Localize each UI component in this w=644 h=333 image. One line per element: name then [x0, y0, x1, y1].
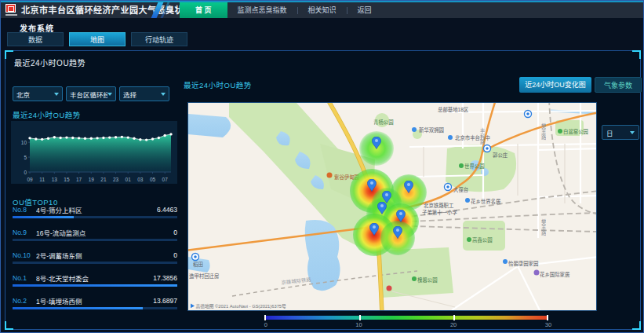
rank-list-item[interactable]: No.916号-流动监测点0 [13, 228, 177, 241]
app-logo-icon [5, 4, 18, 16]
nav-item-knowledge[interactable]: 相关知识 [298, 2, 347, 18]
period-select-value: 日 [606, 128, 630, 137]
nav-item-odor-index[interactable]: 监测点恶臭指数 [227, 2, 297, 18]
chevron-down-icon [54, 93, 59, 96]
panel-corner-accent [632, 50, 641, 59]
svg-text:13: 13 [52, 177, 58, 182]
rank-bar-track [13, 284, 177, 287]
rank-bar-fill [13, 307, 143, 309]
rank-list-item[interactable]: No.102号-调蓄场东侧0 [13, 251, 177, 264]
svg-text:21: 21 [100, 177, 107, 182]
svg-text:01: 01 [126, 177, 132, 182]
panel-corner-accent [632, 321, 641, 330]
monitoring-point-pin-icon[interactable] [404, 181, 413, 193]
rank-point-name: 8号-北天堂村委会 [36, 273, 153, 283]
rank-value: 13.6897 [153, 297, 177, 305]
park-select-value: 丰台区循环经济产 [70, 90, 107, 99]
tab-map[interactable]: 地图 [69, 32, 126, 46]
rank-value: 17.3856 [153, 274, 177, 282]
tab-data[interactable]: 数据 [7, 32, 64, 46]
scale-tick: 20 [450, 321, 457, 328]
park-select[interactable]: 丰台区循环经济产 [66, 86, 116, 101]
svg-text:07: 07 [162, 177, 169, 182]
rank-list-item[interactable]: No.18号-北天堂村委会17.3856 [13, 273, 177, 287]
panel-corner-accent [5, 50, 13, 59]
rank-point-name: 4号-筛分上料区 [36, 205, 157, 214]
panel-title: 最近24小时OU趋势 [14, 57, 86, 68]
top-bar: 北京市丰台区循环经济产业园大气恶臭状况实时 首 页 监测点恶臭指数 相关知识 返… [1, 1, 643, 18]
chevron-down-icon [161, 93, 166, 96]
rank-point-name: 16号-流动监测点 [36, 228, 173, 237]
monitoring-point-pin-icon[interactable] [372, 137, 381, 149]
panel-corner-accent [5, 321, 13, 330]
svg-text:5: 5 [24, 155, 27, 160]
rank-value: 6.4463 [157, 206, 177, 214]
city-select-value: 北京 [16, 90, 54, 99]
scale-tick-labels: 0 10 20 30 [264, 320, 548, 328]
rank-bar-track [13, 239, 177, 241]
svg-text:09: 09 [27, 177, 33, 182]
ou-change-map-button[interactable]: 近24小时OU变化图 [519, 77, 591, 93]
rank-label: No.10 [13, 251, 36, 259]
weather-params-button[interactable]: 气象参数 [595, 77, 642, 93]
map-attribution: 高德地图 ©2021 AutoNavi - GS(2021)6375号 [191, 302, 286, 309]
main-panel: 最近24小时OU趋势 北京 丰台区循环经济产 选择 最近24小时OU趋势 051… [5, 50, 641, 330]
scale-tick: 0 [264, 321, 267, 328]
rank-point-name: 1号-填埋场西侧 [36, 296, 153, 306]
period-select[interactable]: 日 [602, 125, 639, 140]
rank-label: No.9 [13, 229, 36, 236]
svg-text:03: 03 [137, 177, 144, 182]
rank-bar-track [13, 307, 177, 309]
monitoring-point-pin-icon[interactable] [396, 210, 406, 222]
rank-bar-fill [13, 284, 177, 287]
chevron-down-icon [630, 131, 635, 134]
rank-bar-track [13, 262, 177, 264]
svg-text:10: 10 [21, 140, 27, 145]
point-select-value: 选择 [123, 90, 161, 99]
svg-text:19: 19 [89, 177, 95, 182]
trend-chart: 0510091113151719212301030507 [11, 121, 177, 184]
chevron-down-icon [107, 93, 112, 96]
rank-label: No.1 [13, 274, 36, 282]
monitoring-point-pin-icon[interactable] [369, 223, 379, 236]
svg-text:0: 0 [24, 170, 27, 175]
nav-item-home[interactable]: 首 页 [180, 2, 227, 18]
svg-text:15: 15 [64, 177, 70, 182]
view-tabs: 数据 地图 行动轨迹 [7, 32, 187, 46]
svg-text:05: 05 [150, 177, 156, 182]
ou-color-scale: 0 10 20 30 [264, 316, 548, 330]
nav-item-back[interactable]: 返回 [347, 2, 382, 18]
rank-list-item[interactable]: No.84号-筛分上料区6.4463 [13, 205, 177, 218]
rank-point-name: 2号-调蓄场东侧 [36, 251, 173, 260]
rank-list-item[interactable]: No.21号-填埋场西侧13.6897 [13, 296, 177, 309]
dashboard-root: 北京市丰台区循环经济产业园大气恶臭状况实时 首 页 监测点恶臭指数 相关知识 返… [0, 0, 644, 333]
trend-chart-title: 最近24小时OU趋势 [13, 109, 81, 120]
scale-tick: 30 [545, 321, 551, 328]
main-nav: 首 页 监测点恶臭指数 相关知识 返回 [180, 2, 382, 18]
svg-text:17: 17 [76, 177, 82, 182]
monitoring-point-pin-icon[interactable] [377, 202, 387, 214]
map-attribution-text: 高德地图 ©2021 AutoNavi - GS(2021)6375号 [195, 302, 286, 309]
rank-label: No.8 [13, 206, 36, 214]
rank-label: No.2 [13, 297, 36, 305]
amap-logo-icon [191, 303, 195, 308]
trend-chart-container: 0510091113151719212301030507 [11, 121, 177, 184]
city-select[interactable]: 北京 [13, 86, 63, 101]
monitoring-point-pin-icon[interactable] [393, 226, 402, 239]
svg-text:11: 11 [39, 177, 45, 182]
point-select[interactable]: 选择 [119, 86, 169, 101]
map-canvas[interactable]: 总部基地18区青杨公园新华双拥园北京市丰台八中郭公庄白盆窑公园世界公园紫谷伊甸园… [187, 102, 597, 311]
scale-tick: 10 [355, 321, 362, 328]
svg-text:23: 23 [113, 177, 119, 182]
map-section-title: 最近24小时OU趋势 [184, 79, 252, 90]
rank-bar-track [13, 216, 177, 218]
rank-bar-fill [13, 216, 74, 218]
rank-value: 0 [173, 229, 177, 236]
rank-value: 0 [173, 251, 177, 259]
basemap [188, 103, 596, 310]
tab-trajectory[interactable]: 行动轨迹 [131, 32, 187, 46]
monitoring-point-pin-icon[interactable] [367, 179, 377, 192]
